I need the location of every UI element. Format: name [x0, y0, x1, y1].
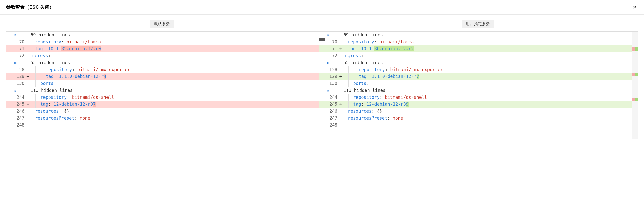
minimap-marker: [635, 47, 638, 51]
empty-line: [319, 129, 632, 139]
line-number: 128: [319, 66, 339, 73]
line-number: 129: [319, 73, 339, 80]
code-line: 70 repository: bitnami/tomcat: [6, 38, 319, 45]
code-line: 244 repository: bitnami/os-shell: [319, 94, 632, 101]
diff-pane-left: ✲ 69 hidden lines 70 repository: bitnami…: [6, 32, 319, 139]
code-line-deleted: 245 − tag: 12-debian-12-r37: [6, 101, 319, 108]
code-line: 130 ports:: [6, 80, 319, 87]
expand-icon[interactable]: ✲: [327, 32, 330, 38]
minimap-marker: [632, 98, 635, 101]
code-line: 72 ingress:: [6, 52, 319, 59]
code-line: 128 repository: bitnami/jmx-exporter: [6, 66, 319, 73]
expand-icon[interactable]: ✲: [14, 87, 17, 94]
line-number: 247: [319, 115, 339, 122]
hidden-lines-row[interactable]: ✲ 69 hidden lines: [6, 32, 319, 38]
expand-icon[interactable]: ✲: [14, 59, 17, 66]
modal-title: 参数查看（ESC 关闭）: [6, 4, 54, 10]
line-number: 246: [6, 108, 26, 115]
line-number: 130: [319, 80, 339, 87]
code-line-added: 71 + tag: 10.1.36-debian-12-r2: [319, 45, 632, 52]
diff-marker-minus: −: [26, 101, 30, 108]
diff-pane-right: ✲ 69 hidden lines 70 repository: bitnami…: [319, 32, 632, 139]
code-line-added: 245 + tag: 12-debian-12-r39: [319, 101, 632, 108]
line-number: 70: [6, 38, 26, 45]
line-number: 128: [6, 66, 26, 73]
diff-marker-minus: −: [26, 73, 30, 80]
code-line: 72 ingress:: [319, 52, 632, 59]
line-number: 71: [6, 45, 26, 52]
line-number: 129: [6, 73, 26, 80]
line-number: 71: [319, 45, 339, 52]
diff-marker-plus: +: [339, 45, 343, 52]
hidden-lines-row[interactable]: ✲ 113 hidden lines: [319, 87, 632, 94]
line-number: 248: [6, 122, 26, 129]
code-line: 246 resources: {}: [6, 108, 319, 115]
hidden-lines-row[interactable]: ✲ 69 hidden lines: [319, 32, 632, 38]
line-number: 244: [6, 94, 26, 101]
line-number: 72: [319, 52, 339, 59]
tab-user-params[interactable]: 用户指定参数: [462, 20, 494, 28]
modal-header: 参数查看（ESC 关闭） ✕: [0, 0, 644, 15]
minimap-marker: [635, 98, 638, 101]
code-line: 130 ports:: [319, 80, 632, 87]
minimap-marker: [632, 47, 635, 51]
code-line-deleted: 71 − tag: 10.1.35-debian-12-r0: [6, 45, 319, 52]
code-line-added: 129 + tag: 1.1.0-debian-12-r7: [319, 73, 632, 80]
code-line: 248: [6, 122, 319, 129]
empty-line: [6, 129, 319, 139]
diff-content: 默认参数 用户指定参数 ✲ 69 hidden lines 70 reposit…: [0, 15, 644, 144]
line-number: 247: [6, 115, 26, 122]
diff-marker-plus: +: [339, 101, 343, 108]
minimap-marker: [632, 73, 635, 76]
column-headers: 默认参数 用户指定参数: [6, 20, 638, 28]
line-number: 245: [6, 101, 26, 108]
hidden-lines-row[interactable]: ✲ 55 hidden lines: [6, 59, 319, 66]
scroll-separator[interactable]: [319, 38, 325, 41]
code-line: 247 resourcesPreset: none: [6, 115, 319, 122]
diff-marker-minus: −: [26, 45, 30, 52]
tab-default-params[interactable]: 默认参数: [150, 20, 174, 28]
expand-icon[interactable]: ✲: [14, 32, 17, 38]
line-number: 248: [319, 122, 339, 129]
close-icon[interactable]: ✕: [631, 4, 638, 11]
line-number: 246: [319, 108, 339, 115]
expand-icon[interactable]: ✲: [327, 87, 330, 94]
line-number: 72: [6, 52, 26, 59]
expand-icon[interactable]: ✲: [327, 59, 330, 66]
code-line: 70 repository: bitnami/tomcat: [319, 38, 632, 45]
diff-marker-plus: +: [339, 73, 343, 80]
diff-viewer: ✲ 69 hidden lines 70 repository: bitnami…: [6, 31, 638, 139]
code-line-deleted: 129 − tag: 1.1.0-debian-12-r4: [6, 73, 319, 80]
minimap-marker: [635, 73, 638, 76]
line-number: 245: [319, 101, 339, 108]
line-number: 244: [319, 94, 339, 101]
code-line: 244 repository: bitnami/os-shell: [6, 94, 319, 101]
code-line: 128 repository: bitnami/jmx-exporter: [319, 66, 632, 73]
hidden-lines-row[interactable]: ✲ 55 hidden lines: [319, 59, 632, 66]
code-line: 247 resourcesPreset: none: [319, 115, 632, 122]
code-line: 248: [319, 122, 632, 129]
diff-minimap[interactable]: [632, 32, 638, 139]
hidden-lines-row[interactable]: ✲ 113 hidden lines: [6, 87, 319, 94]
line-number: 130: [6, 80, 26, 87]
code-line: 246 resources: {}: [319, 108, 632, 115]
